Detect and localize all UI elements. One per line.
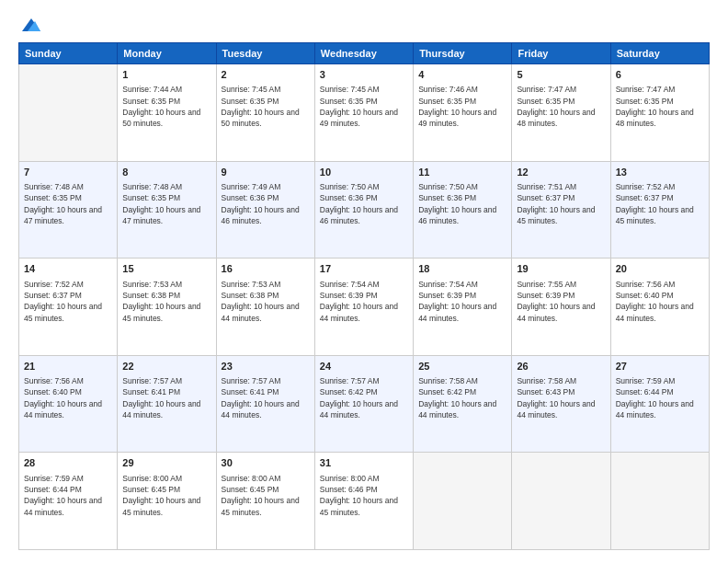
weekday-header-tuesday: Tuesday	[216, 43, 314, 64]
day-number: 31	[320, 456, 408, 470]
calendar-cell: 27Sunrise: 7:59 AMSunset: 6:44 PMDayligh…	[610, 355, 709, 453]
calendar-cell: 17Sunrise: 7:54 AMSunset: 6:39 PMDayligh…	[314, 259, 413, 356]
day-number: 26	[517, 360, 605, 373]
day-info: Sunrise: 7:59 AMSunset: 6:44 PMDaylight:…	[24, 473, 112, 518]
day-number: 2	[222, 68, 310, 82]
weekday-header-thursday: Thursday	[414, 43, 512, 64]
week-row-1: 1Sunrise: 7:44 AMSunset: 6:35 PMDaylight…	[19, 64, 710, 162]
logo-icon	[20, 17, 40, 33]
calendar-cell	[512, 453, 610, 550]
calendar-page: SundayMondayTuesdayWednesdayThursdayFrid…	[0, 0, 728, 563]
calendar-cell	[610, 453, 709, 550]
day-number: 27	[616, 360, 704, 373]
weekday-header-sunday: Sunday	[19, 43, 118, 64]
calendar-cell: 16Sunrise: 7:53 AMSunset: 6:38 PMDayligh…	[216, 259, 314, 356]
day-number: 19	[517, 262, 605, 276]
calendar-cell: 12Sunrise: 7:51 AMSunset: 6:37 PMDayligh…	[512, 161, 610, 259]
calendar-cell: 30Sunrise: 8:00 AMSunset: 6:45 PMDayligh…	[216, 453, 314, 550]
day-info: Sunrise: 7:46 AMSunset: 6:35 PMDaylight:…	[418, 84, 506, 129]
day-number: 10	[320, 166, 408, 179]
day-number: 14	[24, 262, 112, 276]
calendar-cell	[414, 453, 512, 550]
day-info: Sunrise: 7:48 AMSunset: 6:35 PMDaylight:…	[122, 181, 210, 226]
calendar-cell: 21Sunrise: 7:56 AMSunset: 6:40 PMDayligh…	[19, 355, 118, 453]
calendar-cell: 29Sunrise: 8:00 AMSunset: 6:45 PMDayligh…	[118, 453, 216, 550]
calendar-cell: 8Sunrise: 7:48 AMSunset: 6:35 PMDaylight…	[118, 161, 216, 259]
day-info: Sunrise: 7:47 AMSunset: 6:35 PMDaylight:…	[517, 84, 605, 129]
day-info: Sunrise: 7:54 AMSunset: 6:39 PMDaylight:…	[320, 279, 408, 324]
calendar-cell: 20Sunrise: 7:56 AMSunset: 6:40 PMDayligh…	[610, 259, 709, 356]
day-number: 7	[24, 166, 112, 179]
day-number: 16	[222, 262, 310, 276]
day-number: 24	[320, 360, 408, 373]
calendar-cell: 26Sunrise: 7:58 AMSunset: 6:43 PMDayligh…	[512, 355, 610, 453]
calendar-cell: 23Sunrise: 7:57 AMSunset: 6:41 PMDayligh…	[216, 355, 314, 453]
day-info: Sunrise: 7:52 AMSunset: 6:37 PMDaylight:…	[616, 181, 704, 226]
calendar-cell: 1Sunrise: 7:44 AMSunset: 6:35 PMDaylight…	[118, 64, 216, 162]
day-number: 18	[418, 262, 506, 276]
calendar-table: SundayMondayTuesdayWednesdayThursdayFrid…	[18, 42, 710, 550]
calendar-cell: 25Sunrise: 7:58 AMSunset: 6:42 PMDayligh…	[414, 355, 512, 453]
day-number: 5	[517, 68, 605, 82]
calendar-cell	[19, 64, 118, 162]
day-info: Sunrise: 7:54 AMSunset: 6:39 PMDaylight:…	[418, 279, 506, 324]
calendar-header: SundayMondayTuesdayWednesdayThursdayFrid…	[19, 43, 710, 64]
day-number: 13	[616, 166, 704, 179]
day-info: Sunrise: 7:58 AMSunset: 6:43 PMDaylight:…	[517, 375, 605, 420]
calendar-cell: 19Sunrise: 7:55 AMSunset: 6:39 PMDayligh…	[512, 259, 610, 356]
day-number: 20	[616, 262, 704, 276]
day-number: 3	[320, 68, 408, 82]
day-info: Sunrise: 7:59 AMSunset: 6:44 PMDaylight:…	[616, 375, 704, 420]
day-info: Sunrise: 7:45 AMSunset: 6:35 PMDaylight:…	[320, 84, 408, 129]
calendar-cell: 4Sunrise: 7:46 AMSunset: 6:35 PMDaylight…	[414, 64, 512, 162]
calendar-cell: 10Sunrise: 7:50 AMSunset: 6:36 PMDayligh…	[314, 161, 413, 259]
day-info: Sunrise: 7:57 AMSunset: 6:41 PMDaylight:…	[122, 375, 210, 420]
day-info: Sunrise: 8:00 AMSunset: 6:46 PMDaylight:…	[320, 473, 408, 518]
day-info: Sunrise: 7:57 AMSunset: 6:42 PMDaylight:…	[320, 375, 408, 420]
weekday-header-saturday: Saturday	[610, 43, 709, 64]
day-info: Sunrise: 7:58 AMSunset: 6:42 PMDaylight:…	[418, 375, 506, 420]
day-info: Sunrise: 7:44 AMSunset: 6:35 PMDaylight:…	[122, 84, 210, 129]
week-row-3: 14Sunrise: 7:52 AMSunset: 6:37 PMDayligh…	[19, 259, 710, 356]
calendar-cell: 14Sunrise: 7:52 AMSunset: 6:37 PMDayligh…	[19, 259, 118, 356]
day-number: 1	[122, 68, 210, 82]
calendar-cell: 22Sunrise: 7:57 AMSunset: 6:41 PMDayligh…	[118, 355, 216, 453]
day-info: Sunrise: 8:00 AMSunset: 6:45 PMDaylight:…	[122, 473, 210, 518]
calendar-cell: 5Sunrise: 7:47 AMSunset: 6:35 PMDaylight…	[512, 64, 610, 162]
day-info: Sunrise: 7:49 AMSunset: 6:36 PMDaylight:…	[222, 181, 310, 226]
calendar-cell: 24Sunrise: 7:57 AMSunset: 6:42 PMDayligh…	[314, 355, 413, 453]
week-row-5: 28Sunrise: 7:59 AMSunset: 6:44 PMDayligh…	[19, 453, 710, 550]
day-number: 9	[222, 166, 310, 179]
day-number: 29	[122, 456, 210, 470]
calendar-cell: 18Sunrise: 7:54 AMSunset: 6:39 PMDayligh…	[414, 259, 512, 356]
logo	[18, 17, 40, 33]
day-info: Sunrise: 7:50 AMSunset: 6:36 PMDaylight:…	[418, 181, 506, 226]
day-info: Sunrise: 7:48 AMSunset: 6:35 PMDaylight:…	[24, 181, 112, 226]
day-number: 8	[122, 166, 210, 179]
calendar-cell: 7Sunrise: 7:48 AMSunset: 6:35 PMDaylight…	[19, 161, 118, 259]
day-number: 17	[320, 262, 408, 276]
day-number: 11	[418, 166, 506, 179]
day-info: Sunrise: 7:56 AMSunset: 6:40 PMDaylight:…	[616, 279, 704, 324]
calendar-cell: 6Sunrise: 7:47 AMSunset: 6:35 PMDaylight…	[610, 64, 709, 162]
calendar-cell: 13Sunrise: 7:52 AMSunset: 6:37 PMDayligh…	[610, 161, 709, 259]
weekday-row: SundayMondayTuesdayWednesdayThursdayFrid…	[19, 43, 710, 64]
calendar-cell: 11Sunrise: 7:50 AMSunset: 6:36 PMDayligh…	[414, 161, 512, 259]
day-info: Sunrise: 8:00 AMSunset: 6:45 PMDaylight:…	[222, 473, 310, 518]
day-info: Sunrise: 7:56 AMSunset: 6:40 PMDaylight:…	[24, 375, 112, 420]
day-info: Sunrise: 7:55 AMSunset: 6:39 PMDaylight:…	[517, 279, 605, 324]
week-row-4: 21Sunrise: 7:56 AMSunset: 6:40 PMDayligh…	[19, 355, 710, 453]
day-number: 25	[418, 360, 506, 373]
calendar-body: 1Sunrise: 7:44 AMSunset: 6:35 PMDaylight…	[19, 64, 710, 550]
day-number: 15	[122, 262, 210, 276]
day-info: Sunrise: 7:53 AMSunset: 6:38 PMDaylight:…	[222, 279, 310, 324]
day-number: 21	[24, 360, 112, 373]
day-info: Sunrise: 7:51 AMSunset: 6:37 PMDaylight:…	[517, 181, 605, 226]
day-number: 23	[222, 360, 310, 373]
weekday-header-friday: Friday	[512, 43, 610, 64]
week-row-2: 7Sunrise: 7:48 AMSunset: 6:35 PMDaylight…	[19, 161, 710, 259]
day-info: Sunrise: 7:47 AMSunset: 6:35 PMDaylight:…	[616, 84, 704, 129]
day-number: 6	[616, 68, 704, 82]
header	[18, 17, 710, 33]
day-info: Sunrise: 7:50 AMSunset: 6:36 PMDaylight:…	[320, 181, 408, 226]
